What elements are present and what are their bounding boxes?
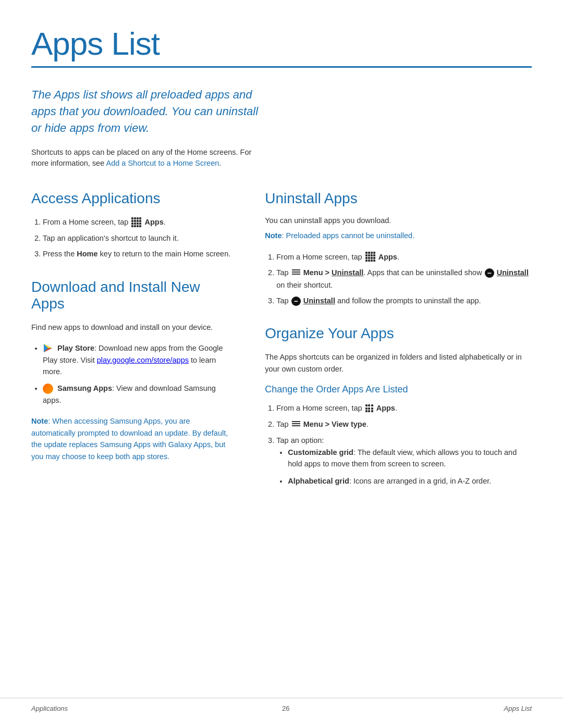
access-applications-steps: From a Home screen, tap Apps. Tap an app… [31, 216, 234, 260]
access-applications-section: Access Applications From a Home screen, … [31, 190, 234, 260]
left-column: Access Applications From a Home screen, … [31, 190, 260, 501]
note-label: Note [31, 417, 48, 425]
change-order-title: Change the Order Apps Are Listed [265, 384, 532, 395]
svg-rect-6 [292, 274, 300, 275]
samsung-icon [43, 384, 53, 394]
list-item: Samsung Apps: View and download Samsung … [43, 382, 234, 406]
list-item: From a Home screen, tap Apps. [43, 216, 234, 228]
title-divider [31, 66, 532, 68]
apps-grid-icon [131, 217, 141, 227]
organize-apps-section: Organize Your Apps The Apps shortcuts ca… [265, 325, 532, 487]
menu-icon-2 [292, 418, 300, 430]
list-item: Tap Menu > Uninstall. Apps that can be u… [276, 267, 532, 291]
list-item: Tap an application's shortcut to launch … [43, 232, 234, 244]
shortcut-note: Shortcuts to apps can be placed on any o… [31, 147, 261, 170]
list-item: From a Home screen, tap Apps. [276, 402, 532, 414]
two-column-layout: Access Applications From a Home screen, … [31, 190, 532, 501]
uninstall-steps: From a Home screen, tap Apps. Tap [265, 251, 532, 307]
access-applications-title: Access Applications [31, 190, 234, 207]
download-note: Note: When accessing Samsung Apps, you a… [31, 415, 234, 462]
list-item: Play Store: Download new apps from the G… [43, 342, 234, 377]
list-item: Tap Menu > View type. [276, 418, 532, 430]
note-label-uninstall: Note [265, 231, 282, 240]
apps-label-3: Apps [376, 404, 395, 412]
download-bullets: Play Store: Download new apps from the G… [31, 342, 234, 406]
page-footer: Applications 26 Apps List [0, 698, 563, 712]
apps-label-2: Apps [378, 253, 397, 261]
uninstall-note: Note: Preloaded apps cannot be uninstall… [265, 230, 532, 241]
right-column: Uninstall Apps You can uninstall apps yo… [260, 190, 532, 501]
page: Apps List The Apps list shows all preloa… [0, 0, 563, 728]
svg-rect-9 [292, 425, 300, 426]
playstore-label: Play Store [57, 344, 94, 352]
uninstall-badge-2: − [291, 297, 301, 306]
uninstall-apps-section: Uninstall Apps You can uninstall apps yo… [265, 190, 532, 306]
list-item: Tap an option: Customizable grid: The de… [276, 435, 532, 487]
apps-grid-icon-2 [365, 252, 375, 262]
samsung-label: Samsung Apps [57, 384, 112, 392]
change-order-steps: From a Home screen, tap Apps. Tap [265, 402, 532, 487]
list-item: Press the Home key to return to the main… [43, 248, 234, 260]
uninstall-apps-title: Uninstall Apps [265, 190, 532, 207]
apps-label: Apps [144, 218, 163, 226]
page-title: Apps List [31, 25, 532, 62]
svg-rect-7 [292, 421, 300, 422]
uninstall-intro: You can uninstall apps you download. [265, 216, 532, 225]
change-order-subsection: Change the Order Apps Are Listed From a … [265, 384, 532, 487]
organize-apps-title: Organize Your Apps [265, 325, 532, 342]
list-item: Alphabetical grid: Icons are arranged in… [288, 475, 532, 487]
svg-rect-8 [292, 423, 300, 424]
playstore-icon [43, 343, 53, 353]
download-install-section: Download and Install New Apps Find new a… [31, 279, 234, 463]
footer-center: 26 [282, 705, 289, 712]
footer-right: Apps List [504, 705, 532, 712]
svg-rect-4 [292, 269, 300, 270]
footer-left: Applications [31, 705, 68, 712]
menu-icon-1 [292, 267, 300, 278]
intro-text: The Apps list shows all preloaded apps a… [31, 87, 261, 137]
apps-grid-icon-3 [365, 404, 373, 412]
list-item: Tap − Uninstall and follow the prompts t… [276, 295, 532, 306]
playstore-link[interactable]: play.google.com/store/apps [97, 356, 189, 364]
download-install-title: Download and Install New Apps [31, 279, 234, 312]
uninstall-badge: − [485, 268, 494, 278]
organize-intro: The Apps shortcuts can be organized in f… [265, 351, 532, 375]
view-type-options: Customizable grid: The default view, whi… [276, 447, 532, 487]
list-item: Customizable grid: The default view, whi… [288, 447, 532, 470]
svg-rect-5 [292, 272, 300, 273]
shortcut-link[interactable]: Add a Shortcut to a Home Screen [106, 159, 219, 167]
list-item: From a Home screen, tap Apps. [276, 251, 532, 263]
download-intro: Find new apps to download and install on… [31, 322, 234, 333]
